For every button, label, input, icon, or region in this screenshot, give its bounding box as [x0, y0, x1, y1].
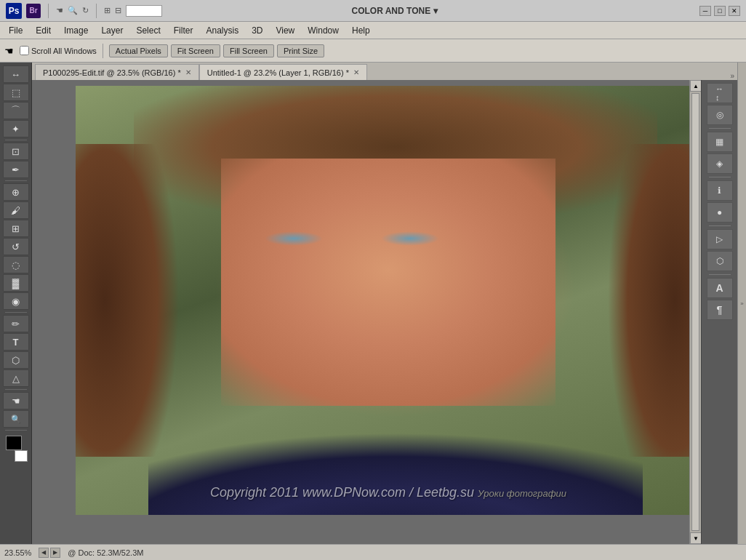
left-eye: [265, 231, 323, 246]
toolbox: ↔ ⬚ ⌒ ✦ ⊡ ✒ ⊕ 🖌 ⊞ ↺ ◌ ▓ ◉ ✏ T ⬡ △ ☚ 🔍: [0, 63, 32, 544]
statusbar: 23.55% ◀ ▶ @ Doc: 52.3M/52.3M: [0, 544, 746, 560]
menu-analysis[interactable]: Analysis: [200, 24, 244, 37]
vertical-scrollbar[interactable]: ▲ ▼: [689, 80, 701, 544]
scroll-all-label: Scroll All Windows: [31, 47, 97, 55]
menu-window[interactable]: Window: [302, 24, 345, 37]
menu-filter[interactable]: Filter: [168, 24, 199, 37]
blur-tool[interactable]: ◉: [3, 292, 29, 310]
right-eye: [381, 231, 439, 246]
face-detail: [221, 159, 556, 406]
tab-close-1[interactable]: ✕: [185, 68, 191, 76]
tab-p1000295[interactable]: P1000295-Edit.tif @ 23.5% (RGB/16) * ✕: [35, 64, 199, 80]
tab-label-1: P1000295-Edit.tif @ 23.5% (RGB/16) *: [43, 68, 181, 77]
tab-untitled1[interactable]: Untitled-1 @ 23.2% (Layer 1, RGB/16) * ✕: [199, 64, 367, 80]
br-logo: Br: [26, 4, 41, 18]
tool-sep-3: [5, 312, 27, 313]
doc-info: @ Doc: 52.3M/52.3M: [68, 548, 143, 557]
nav-next-btn[interactable]: ▶: [50, 548, 60, 558]
magic-wand-tool[interactable]: ✦: [3, 120, 29, 137]
rp-sphere-icon[interactable]: ●: [707, 202, 733, 223]
lasso-tool[interactable]: ⌒: [3, 102, 29, 119]
path-select-tool[interactable]: ⬡: [3, 351, 29, 369]
tabs-bar: P1000295-Edit.tif @ 23.5% (RGB/16) * ✕ U…: [32, 63, 737, 80]
tool-sep-2: [5, 180, 27, 181]
photo-canvas[interactable]: Copyright 2011 www.DPNow.com / Leetbg.su…: [76, 86, 701, 515]
brush-tool[interactable]: 🖌: [3, 201, 29, 219]
fill-screen-button[interactable]: Fill Screen: [223, 44, 274, 57]
marquee-tool[interactable]: ⬚: [3, 84, 29, 101]
scroll-all-checkbox[interactable]: [20, 46, 29, 55]
pen-tool[interactable]: ✏: [3, 315, 29, 332]
hand-tool-icon[interactable]: ☚: [56, 6, 63, 15]
foreground-color[interactable]: [6, 436, 22, 450]
hand-tool-left[interactable]: ☚: [3, 392, 29, 409]
menu-3d[interactable]: 3D: [246, 24, 268, 37]
fit-screen-button[interactable]: Fit Screen: [171, 44, 220, 57]
menu-help[interactable]: Help: [346, 24, 376, 37]
eraser-tool[interactable]: ◌: [3, 256, 29, 273]
magnify-icon[interactable]: 🔍: [68, 6, 78, 15]
title-dropdown-arrow[interactable]: ▾: [433, 6, 438, 16]
stamp-tool[interactable]: ⊞: [3, 220, 29, 237]
rp-move-icon[interactable]: ↔↕: [707, 83, 733, 103]
color-swatches: [3, 436, 29, 462]
tab-label-2: Untitled-1 @ 23.2% (Layer 1, RGB/16) *: [207, 68, 349, 77]
layout-icon[interactable]: ⊟: [115, 6, 121, 15]
restore-button[interactable]: □: [714, 6, 726, 16]
menu-edit[interactable]: Edit: [30, 24, 57, 37]
titlebar: Ps Br ☚ 🔍 ↻ ⊞ ⊟ 23.5 COLOR AND TONE ▾ ─ …: [0, 0, 746, 22]
rp-circle-icon[interactable]: ◎: [707, 105, 733, 125]
actual-pixels-button[interactable]: Actual Pixels: [109, 44, 168, 57]
hand-tool[interactable]: ☚: [4, 45, 14, 57]
main-area: ↔ ⬚ ⌒ ✦ ⊡ ✒ ⊕ 🖌 ⊞ ↺ ◌ ▓ ◉ ✏ T ⬡ △ ☚ 🔍: [0, 63, 746, 544]
scroll-all-checkbox-wrapper: Scroll All Windows: [20, 46, 97, 55]
rp-text-a-btn[interactable]: A: [707, 278, 733, 298]
history-brush-tool[interactable]: ↺: [3, 238, 29, 255]
menu-image[interactable]: Image: [58, 24, 94, 37]
tool-sep-4: [5, 389, 27, 390]
rp-sep-4: [709, 274, 731, 275]
rp-image-icon[interactable]: ▦: [707, 132, 733, 152]
scroll-up-arrow[interactable]: ▲: [690, 80, 701, 92]
scroll-down-arrow[interactable]: ▼: [690, 532, 701, 544]
close-button[interactable]: ✕: [729, 6, 740, 16]
text-tool[interactable]: T: [3, 333, 29, 351]
status-nav: ◀ ▶: [39, 548, 60, 558]
rp-sep-3: [709, 225, 731, 226]
menu-select[interactable]: Select: [130, 24, 166, 37]
rp-paragraph-btn[interactable]: ¶: [707, 300, 733, 320]
rp-info-icon[interactable]: ℹ: [707, 180, 733, 201]
panel-expand-handle[interactable]: »: [737, 63, 746, 544]
menu-layer[interactable]: Layer: [95, 24, 129, 37]
zoom-input[interactable]: 23.5: [126, 5, 162, 17]
gradient-tool[interactable]: ▓: [3, 274, 29, 292]
menu-view[interactable]: View: [270, 24, 300, 37]
shape-tool[interactable]: △: [3, 369, 29, 387]
eyedropper-tool[interactable]: ✒: [3, 161, 29, 178]
zoom-tool[interactable]: 🔍: [3, 410, 29, 428]
tab-close-2[interactable]: ✕: [353, 68, 359, 76]
grid-icon[interactable]: ⊞: [104, 6, 111, 15]
rp-transform-icon[interactable]: ⬡: [707, 251, 733, 271]
menu-file[interactable]: File: [3, 24, 28, 37]
photo-background: Copyright 2011 www.DPNow.com / Leetbg.su…: [76, 86, 701, 515]
move-tool[interactable]: ↔: [3, 65, 29, 83]
rp-layers-icon[interactable]: ◈: [707, 153, 733, 174]
scroll-thumb[interactable]: [691, 93, 699, 531]
tabs-expand[interactable]: »: [730, 72, 737, 80]
nav-prev-btn[interactable]: ◀: [39, 548, 49, 558]
rp-sep-1: [709, 128, 731, 129]
toolbar-separator-1: [103, 44, 103, 58]
titlebar-right: ─ □ ✕: [699, 6, 740, 16]
minimize-button[interactable]: ─: [699, 6, 711, 16]
rotate-icon[interactable]: ↻: [82, 6, 89, 15]
heal-tool[interactable]: ⊕: [3, 183, 29, 201]
canvas-scrollable: Copyright 2011 www.DPNow.com / Leetbg.su…: [32, 80, 737, 544]
print-size-button[interactable]: Print Size: [277, 44, 324, 57]
background-color[interactable]: [15, 450, 28, 462]
rp-video-icon[interactable]: ▷: [707, 229, 733, 249]
ps-logo: Ps: [6, 3, 22, 19]
menubar: File Edit Image Layer Select Filter Anal…: [0, 22, 746, 39]
canvas-wrapper[interactable]: Copyright 2011 www.DPNow.com / Leetbg.su…: [32, 80, 701, 544]
crop-tool[interactable]: ⊡: [3, 143, 29, 160]
